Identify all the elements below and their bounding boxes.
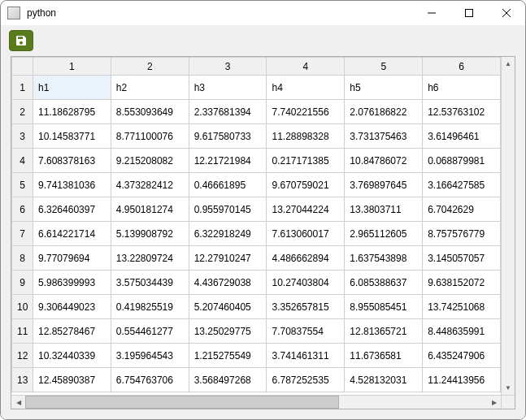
table-cell[interactable]: 13.74251068	[423, 295, 501, 319]
table-cell[interactable]: 0.955970145	[189, 197, 267, 222]
table-cell[interactable]: 7.740221556	[267, 100, 345, 124]
table-cell[interactable]: 7.608378163	[33, 149, 111, 173]
scroll-left-icon[interactable]: ◀	[11, 396, 25, 409]
table-cell[interactable]: 9.306449023	[33, 295, 111, 319]
column-header[interactable]: 1	[33, 58, 111, 76]
column-header[interactable]: 6	[423, 58, 501, 76]
row-header[interactable]: 13	[12, 368, 33, 392]
row-header[interactable]: 12	[12, 344, 33, 368]
table-cell[interactable]: 13.27044224	[267, 197, 345, 222]
table-cell[interactable]: 13.3803711	[345, 197, 423, 222]
column-header[interactable]: 5	[345, 58, 423, 76]
column-header[interactable]: 2	[111, 58, 189, 76]
table-cell[interactable]: 12.85278467	[33, 319, 111, 344]
table-cell[interactable]: 7.613060017	[267, 222, 345, 246]
vertical-scrollbar[interactable]: ▲ ▼	[501, 57, 515, 395]
scroll-up-icon[interactable]: ▲	[502, 57, 515, 71]
table-cell[interactable]: 3.145057057	[423, 246, 501, 271]
table-cell[interactable]: 11.24413956	[423, 368, 501, 392]
table-cell[interactable]: 3.731375463	[345, 124, 423, 149]
table-cell[interactable]: 6.435247906	[423, 344, 501, 368]
table-cell[interactable]: 9.741381036	[33, 173, 111, 197]
table-cell[interactable]: 3.166427585	[423, 173, 501, 197]
table-cell[interactable]: h4	[267, 76, 345, 100]
table-cell[interactable]: 10.14583771	[33, 124, 111, 149]
table-cell[interactable]: 5.986399993	[33, 271, 111, 295]
table-cell[interactable]: 11.6736581	[345, 344, 423, 368]
table-cell[interactable]: 4.528132031	[345, 368, 423, 392]
table-cell[interactable]: 6.322918249	[189, 222, 267, 246]
table-cell[interactable]: 6.085388637	[345, 271, 423, 295]
scroll-right-icon[interactable]: ▶	[487, 396, 501, 409]
table-cell[interactable]: 9.638152072	[423, 271, 501, 295]
table-cell[interactable]: 8.553093649	[111, 100, 189, 124]
minimize-button[interactable]	[413, 1, 450, 25]
table-cell[interactable]: 4.436729038	[189, 271, 267, 295]
row-header[interactable]: 4	[12, 149, 33, 173]
row-header[interactable]: 1	[12, 76, 33, 100]
table-cell[interactable]: 6.754763706	[111, 368, 189, 392]
table-cell[interactable]: 12.53763102	[423, 100, 501, 124]
close-button[interactable]	[488, 1, 525, 25]
scroll-down-icon[interactable]: ▼	[502, 381, 515, 395]
horizontal-scrollbar[interactable]: ◀ ▶	[11, 395, 515, 409]
table-cell[interactable]: 8.448635991	[423, 319, 501, 344]
row-header[interactable]: 10	[12, 295, 33, 319]
row-header[interactable]: 2	[12, 100, 33, 124]
table-cell[interactable]: 0.217171385	[267, 149, 345, 173]
table-cell[interactable]: h3	[189, 76, 267, 100]
table-cell[interactable]: 2.965112605	[345, 222, 423, 246]
table-cell[interactable]: 0.46661895	[189, 173, 267, 197]
table-cell[interactable]: 2.076186822	[345, 100, 423, 124]
table-cell[interactable]: 3.61496461	[423, 124, 501, 149]
table-cell[interactable]: 11.18628795	[33, 100, 111, 124]
table-cell[interactable]: 10.32440339	[33, 344, 111, 368]
table-cell[interactable]: 3.568497268	[189, 368, 267, 392]
table-cell[interactable]: 5.207460405	[189, 295, 267, 319]
table-cell[interactable]: 6.614221714	[33, 222, 111, 246]
table-cell[interactable]: 1.215275549	[189, 344, 267, 368]
table-cell[interactable]: 12.45890387	[33, 368, 111, 392]
table-cell[interactable]: 10.27403804	[267, 271, 345, 295]
table-cell[interactable]: h5	[345, 76, 423, 100]
table-cell[interactable]: 9.670759021	[267, 173, 345, 197]
table-cell[interactable]: 0.419825519	[111, 295, 189, 319]
table-cell[interactable]: 12.81365721	[345, 319, 423, 344]
table-corner[interactable]	[12, 58, 33, 76]
table-cell[interactable]: 5.139908792	[111, 222, 189, 246]
column-header[interactable]: 3	[189, 58, 267, 76]
scroll-thumb[interactable]	[25, 396, 339, 409]
row-header[interactable]: 5	[12, 173, 33, 197]
table-cell[interactable]: 2.337681394	[189, 100, 267, 124]
table-cell[interactable]: 11.28898328	[267, 124, 345, 149]
table-cell[interactable]: 9.215208082	[111, 149, 189, 173]
table-cell[interactable]: 0.068879981	[423, 149, 501, 173]
table-cell[interactable]: 3.741461311	[267, 344, 345, 368]
table-cell[interactable]: h6	[423, 76, 501, 100]
row-header[interactable]: 7	[12, 222, 33, 246]
table-cell[interactable]: 1.637543898	[345, 246, 423, 271]
table-cell[interactable]: 3.575034439	[111, 271, 189, 295]
table-cell[interactable]: 7.70837554	[267, 319, 345, 344]
row-header[interactable]: 6	[12, 197, 33, 222]
table-cell[interactable]: 6.7042629	[423, 197, 501, 222]
table-cell[interactable]: 0.554461277	[111, 319, 189, 344]
row-header[interactable]: 11	[12, 319, 33, 344]
table-cell[interactable]: 12.21721984	[189, 149, 267, 173]
table-cell[interactable]: 3.352657815	[267, 295, 345, 319]
maximize-button[interactable]	[450, 1, 488, 25]
table-cell[interactable]: 8.771100076	[111, 124, 189, 149]
table-cell[interactable]: 9.617580733	[189, 124, 267, 149]
table-cell[interactable]: 10.84786072	[345, 149, 423, 173]
table-cell[interactable]: 6.787252535	[267, 368, 345, 392]
table-cell[interactable]: 13.22809724	[111, 246, 189, 271]
table-cell[interactable]: 9.77079694	[33, 246, 111, 271]
titlebar[interactable]: python	[1, 1, 525, 25]
table-cell[interactable]: 4.950181274	[111, 197, 189, 222]
table-cell[interactable]: h1	[33, 76, 111, 100]
table-cell[interactable]: h2	[111, 76, 189, 100]
table-cell[interactable]: 3.769897645	[345, 173, 423, 197]
scroll-track[interactable]	[25, 396, 487, 409]
table-cell[interactable]: 8.757576779	[423, 222, 501, 246]
table-cell[interactable]: 4.486662894	[267, 246, 345, 271]
